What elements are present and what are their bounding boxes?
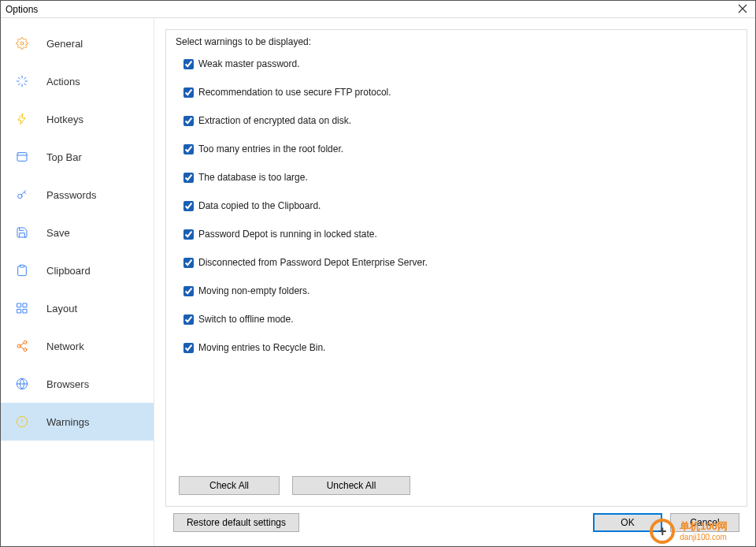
svg-point-9 xyxy=(24,340,27,344)
svg-rect-7 xyxy=(23,309,27,313)
warning-checkbox[interactable] xyxy=(183,314,194,325)
warning-label: The database is too large. xyxy=(198,172,308,183)
svg-line-13 xyxy=(20,343,24,345)
warning-checkbox[interactable] xyxy=(183,258,194,268)
warning-row[interactable]: Too many entries in the root folder. xyxy=(183,143,737,154)
sidebar-item-general[interactable]: General xyxy=(1,24,154,62)
warning-row[interactable]: Switch to offline mode. xyxy=(183,314,737,325)
warning-label: Switch to offline mode. xyxy=(198,314,294,325)
key-icon xyxy=(15,188,29,202)
warning-label: Recommendation to use secure FTP protoco… xyxy=(198,87,391,98)
warning-label: Disconnected from Password Depot Enterpr… xyxy=(198,257,428,268)
warning-row[interactable]: Data copied to the Clipboard. xyxy=(183,200,737,211)
check-all-button[interactable]: Check All xyxy=(179,476,280,495)
sidebar-item-label: Hotkeys xyxy=(46,113,83,125)
globe-icon xyxy=(15,377,29,391)
sidebar-item-layout[interactable]: Layout xyxy=(1,289,154,327)
ok-button[interactable]: OK xyxy=(593,513,662,532)
panel-heading: Select warnings to be displayed: xyxy=(176,36,737,47)
warnings-list: Weak master password.Recommendation to u… xyxy=(176,58,737,370)
svg-rect-8 xyxy=(17,309,21,313)
warnings-panel: Select warnings to be displayed: Weak ma… xyxy=(165,29,747,507)
warning-row[interactable]: Moving entries to Recycle Bin. xyxy=(183,342,737,353)
sidebar-item-label: General xyxy=(46,38,83,50)
save-icon xyxy=(15,225,29,240)
warning-row[interactable]: Weak master password. xyxy=(183,58,737,69)
svg-rect-6 xyxy=(23,303,27,307)
warning-icon xyxy=(15,415,29,429)
warning-row[interactable]: Moving non-empty folders. xyxy=(183,285,737,296)
sparkle-icon xyxy=(15,74,29,88)
warning-checkbox[interactable] xyxy=(183,116,194,126)
warning-checkbox[interactable] xyxy=(183,173,194,183)
sidebar-item-top-bar[interactable]: Top Bar xyxy=(1,138,154,176)
warning-checkbox[interactable] xyxy=(183,59,194,69)
sidebar-item-label: Warnings xyxy=(46,416,89,428)
warning-label: Extraction of encrypted data on disk. xyxy=(198,115,351,126)
sidebar-item-browsers[interactable]: Browsers xyxy=(1,365,154,403)
grid-icon xyxy=(15,301,29,315)
sidebar-item-passwords[interactable]: Passwords xyxy=(1,176,154,214)
sidebar-item-label: Browsers xyxy=(46,378,89,390)
sidebar-item-label: Network xyxy=(46,340,84,352)
warning-checkbox[interactable] xyxy=(183,343,194,353)
warning-checkbox[interactable] xyxy=(183,229,194,240)
svg-rect-1 xyxy=(17,153,27,162)
svg-point-11 xyxy=(24,348,27,352)
sidebar-item-label: Top Bar xyxy=(46,151,82,163)
warning-checkbox[interactable] xyxy=(183,201,194,211)
warning-checkbox[interactable] xyxy=(183,286,194,296)
warning-label: Weak master password. xyxy=(198,58,300,69)
svg-rect-4 xyxy=(20,265,24,267)
sidebar: GeneralActionsHotkeysTop BarPasswordsSav… xyxy=(1,18,154,546)
sidebar-item-label: Passwords xyxy=(46,189,97,201)
sidebar-item-warnings[interactable]: Warnings xyxy=(1,403,154,441)
sidebar-item-label: Layout xyxy=(46,303,77,314)
bolt-icon xyxy=(15,112,29,126)
cancel-button[interactable]: Cancel xyxy=(670,513,739,532)
close-icon[interactable] xyxy=(735,4,750,15)
uncheck-all-button[interactable]: Uncheck All xyxy=(292,476,410,495)
warning-row[interactable]: Extraction of encrypted data on disk. xyxy=(183,115,737,126)
sidebar-item-actions[interactable]: Actions xyxy=(1,62,154,100)
sidebar-item-clipboard[interactable]: Clipboard xyxy=(1,251,154,289)
warning-row[interactable]: Password Depot is running in locked stat… xyxy=(183,229,737,240)
svg-point-10 xyxy=(17,344,20,348)
window-title: Options xyxy=(6,4,38,15)
warning-row[interactable]: Disconnected from Password Depot Enterpr… xyxy=(183,257,737,268)
warning-label: Password Depot is running in locked stat… xyxy=(198,229,377,240)
sidebar-item-save[interactable]: Save xyxy=(1,214,154,251)
warning-checkbox[interactable] xyxy=(183,87,194,98)
sidebar-item-label: Clipboard xyxy=(46,265,91,277)
share-icon xyxy=(15,339,29,353)
sidebar-item-hotkeys[interactable]: Hotkeys xyxy=(1,100,154,138)
warning-checkbox[interactable] xyxy=(183,144,194,154)
sidebar-item-label: Save xyxy=(46,227,70,239)
warning-row[interactable]: The database is too large. xyxy=(183,172,737,183)
topbar-icon xyxy=(15,150,29,164)
svg-line-12 xyxy=(20,347,24,349)
warning-label: Moving non-empty folders. xyxy=(198,285,309,296)
gear-icon xyxy=(15,36,29,50)
sidebar-item-label: Actions xyxy=(46,76,80,87)
titlebar: Options xyxy=(1,1,755,18)
content-area: Select warnings to be displayed: Weak ma… xyxy=(154,18,755,546)
svg-point-0 xyxy=(20,42,24,45)
svg-rect-5 xyxy=(17,303,21,307)
footer: Restore default settings OK Cancel xyxy=(165,507,747,538)
warning-label: Data copied to the Clipboard. xyxy=(198,200,321,211)
clipboard-icon xyxy=(15,263,29,277)
warning-label: Too many entries in the root folder. xyxy=(198,143,343,154)
options-window: Options GeneralActionsHotkeysTop BarPass… xyxy=(0,0,756,547)
sidebar-item-network[interactable]: Network xyxy=(1,327,154,365)
warning-label: Moving entries to Recycle Bin. xyxy=(198,342,325,353)
warning-row[interactable]: Recommendation to use secure FTP protoco… xyxy=(183,87,737,98)
restore-defaults-button[interactable]: Restore default settings xyxy=(173,513,299,532)
